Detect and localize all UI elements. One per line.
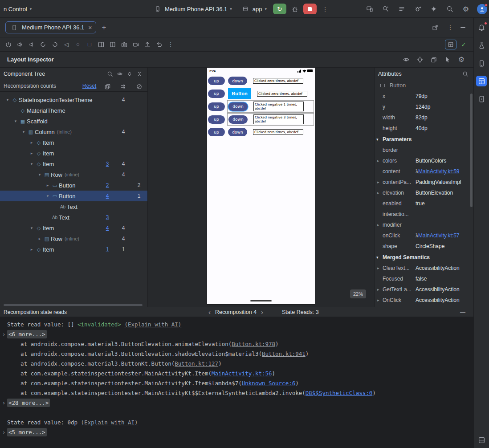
fold-badge[interactable]: <6 more...> (7, 330, 47, 338)
search-icon[interactable] (461, 69, 470, 78)
debug-icon[interactable] (290, 4, 300, 14)
console-link[interactable]: (Explain with AI) (81, 419, 138, 426)
rotate-right-icon[interactable] (50, 40, 60, 49)
fold-chevron-icon[interactable]: › (2, 398, 5, 408)
restore-icon[interactable] (154, 40, 164, 49)
child-count-column-icon[interactable] (120, 82, 127, 90)
hide-toolwindow-icon[interactable] (460, 27, 465, 28)
tree-item-scaffold[interactable]: ▾▦Scaffold (0, 116, 147, 126)
tree-item-stateinspectiontestertheme[interactable]: ▾◇StateInspectionTesterTheme4 (0, 94, 147, 105)
tree-horizontal-scrollbar[interactable] (4, 304, 143, 306)
expand-chevron-icon[interactable]: ▸ (377, 287, 383, 292)
down-button[interactable]: down (228, 102, 248, 111)
tree-item-item[interactable]: ▸◇Item (0, 137, 147, 148)
run-config-selector[interactable]: app ▾ (238, 3, 269, 15)
tree-chevron-icon[interactable]: ▸ (29, 151, 35, 155)
tree-chevron-icon[interactable]: ▾ (29, 162, 35, 166)
running-devices-icon[interactable] (476, 94, 487, 104)
rotate-left-icon[interactable] (38, 40, 48, 49)
tree-chevron-icon[interactable]: ▾ (29, 226, 35, 230)
tree-item-item[interactable]: ▾◇Item34 (0, 159, 147, 169)
tree-chevron-icon[interactable]: ▸ (37, 236, 43, 241)
tree-item-item[interactable]: ▾◇Item44 (0, 223, 147, 233)
console-link[interactable]: Button.kt:127 (175, 360, 218, 367)
tree-chevron-icon[interactable]: ▸ (45, 183, 51, 187)
device-more-kebab-icon[interactable]: ⋮ (166, 40, 175, 49)
user-avatar[interactable] (477, 4, 487, 14)
volume-down-icon[interactable] (27, 40, 37, 49)
highlight-recompositions-eye-icon[interactable] (401, 55, 411, 65)
tree-chevron-icon[interactable]: ▾ (37, 172, 43, 177)
vcs-widget[interactable]: n Control ▾ (1, 4, 34, 14)
tree-chevron-icon[interactable]: ▸ (29, 247, 35, 252)
expand-chevron-icon[interactable]: ▸ (377, 298, 383, 302)
visibility-eye-icon[interactable] (115, 69, 124, 78)
attr-section-parameters[interactable]: ▾Parameters (375, 134, 473, 145)
tree-item-materialtheme[interactable]: ◇MaterialTheme (0, 105, 147, 116)
open-in-new-window-icon[interactable] (430, 23, 440, 33)
tree-item-row[interactable]: ▸▤Row(inline)4 (0, 233, 147, 244)
cursor-icon[interactable] (443, 55, 452, 65)
run-button[interactable]: ↻ (273, 4, 286, 14)
layout-inspector-toggle-icon[interactable] (445, 40, 456, 49)
layout-inspector-icon[interactable] (476, 76, 487, 86)
task-list-icon[interactable] (397, 4, 407, 14)
collapse-all-icon[interactable] (135, 69, 144, 78)
fold-chevron-icon[interactable]: › (2, 428, 5, 437)
attach-debugger-icon[interactable] (413, 4, 423, 14)
settings-gear-icon[interactable]: ⚙ (461, 4, 471, 14)
tree-chevron-icon[interactable]: ▾ (12, 119, 19, 123)
hide-panel-icon[interactable]: — (460, 307, 465, 317)
tree-item-item[interactable]: ▸◇Item11 (0, 244, 147, 255)
up-button[interactable]: up (208, 90, 225, 98)
recomposition-count-column-icon[interactable] (104, 82, 111, 90)
volume-up-icon[interactable] (15, 40, 25, 49)
up-button[interactable]: up (208, 102, 225, 111)
screen-record-icon[interactable] (131, 40, 141, 49)
tree-item-item[interactable]: ▸◇Item (0, 148, 147, 159)
stop-button[interactable] (303, 4, 317, 14)
expand-chevron-icon[interactable]: ▸ (377, 180, 383, 184)
up-button[interactable]: up (208, 115, 225, 124)
console-link[interactable]: Button.kt:941 (262, 350, 306, 357)
console-link[interactable]: MainActivity.kt:56 (212, 370, 272, 377)
tree-item-row[interactable]: ▾▤Row(inline)4 (0, 169, 147, 180)
unfold-icon[interactable] (108, 40, 118, 49)
expand-chevron-icon[interactable]: ▸ (377, 191, 383, 195)
ai-search-icon[interactable] (381, 4, 391, 14)
tab-options-kebab-icon[interactable]: ⋮ (445, 23, 455, 33)
console-link[interactable]: D8$$SyntheticClass:0 (306, 390, 373, 396)
recomposition-count-link[interactable]: 4 (102, 223, 113, 233)
tree-chevron-icon[interactable]: ▾ (4, 98, 11, 102)
recomposition-count-link[interactable]: 4 (102, 191, 113, 201)
device-screen[interactable]: 2:24 updownClicked zero times, abcdefupB… (207, 68, 315, 304)
tree-chevron-icon[interactable]: ▾ (20, 130, 27, 134)
build-icon[interactable] (476, 40, 487, 51)
tree-item-column[interactable]: ▾▥Column(inline)4 (0, 126, 147, 137)
down-button[interactable]: down (228, 128, 247, 136)
skip-count-column-icon[interactable] (136, 82, 143, 90)
reset-counts-link[interactable]: Reset (82, 80, 96, 92)
more-actions-icon[interactable]: ⋮ (320, 4, 330, 14)
gemini-icon[interactable] (429, 4, 439, 14)
new-tab-icon[interactable]: + (99, 23, 109, 33)
console-link[interactable]: Unknown Source:6 (242, 380, 295, 387)
down-button[interactable]: down (228, 115, 248, 124)
down-button[interactable]: down (228, 77, 247, 85)
screenshot-icon[interactable] (119, 40, 129, 49)
tree-item-text[interactable]: AbText (0, 201, 147, 212)
search-icon[interactable] (445, 4, 455, 14)
bottom-panel-toggle-icon[interactable] (476, 435, 487, 445)
device-selector[interactable]: Medium Phone API 36.1 ▾ (151, 3, 235, 15)
inspector-settings-gear-icon[interactable]: ⚙ (456, 55, 466, 65)
tree-chevron-icon[interactable]: ▾ (45, 194, 51, 198)
expand-chevron-icon[interactable]: ▸ (377, 159, 383, 163)
upload-icon[interactable] (143, 40, 152, 49)
device-explorer-icon[interactable] (476, 58, 487, 69)
up-button[interactable]: up (208, 77, 225, 85)
console-link[interactable]: Button.kt:978 (232, 341, 275, 347)
prev-recomposition-icon[interactable]: ‹ (208, 307, 211, 317)
expand-chevron-icon[interactable]: ▸ (377, 223, 383, 227)
recomposition-count-link[interactable]: 3 (102, 212, 113, 223)
overview-icon[interactable]: □ (85, 40, 94, 49)
